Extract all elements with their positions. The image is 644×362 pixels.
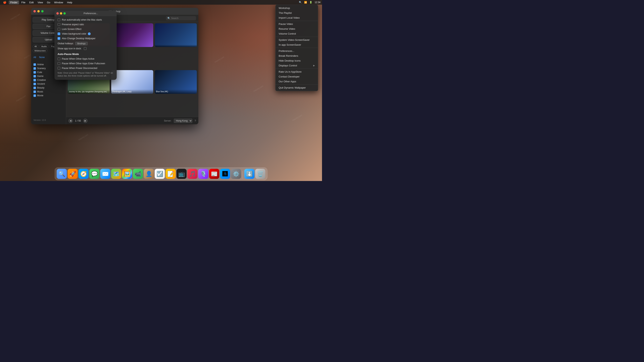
menubar-help[interactable]: Help [66, 0, 74, 4]
filter-music-check[interactable]: ✓ [34, 90, 36, 93]
dock-mail[interactable]: ✉️ [100, 169, 110, 179]
dock-downloads[interactable]: ⬇️ [244, 169, 254, 179]
menu-item-rate-appstore[interactable]: Rate Us in AppStore [276, 69, 318, 74]
dock-trash[interactable]: 🗑️ [255, 169, 266, 179]
dock-system-preferences[interactable]: ⚙️ [231, 169, 241, 179]
dock-music[interactable]: 🎵 [188, 169, 198, 179]
help-icon[interactable]: ? [195, 119, 196, 122]
next-page-button[interactable]: ▶ [83, 119, 88, 123]
wallpaper-2[interactable] [111, 23, 153, 47]
menu-item-contact-developer[interactable]: Contact Developer [276, 74, 318, 79]
dock-facetime[interactable]: 📹 [133, 169, 143, 179]
filter-game-check[interactable]: ✓ [34, 75, 36, 77]
menu-item-playlist[interactable]: The Playlist [276, 10, 318, 15]
menubar-go[interactable]: Go [45, 0, 52, 4]
menu-item-import-local[interactable]: Import Local Video [276, 15, 318, 20]
wallpaper-3[interactable] [155, 23, 197, 47]
filter-beauty[interactable]: ✓ Beauty [33, 86, 64, 90]
none-button[interactable]: None [38, 55, 46, 59]
pref-change-wallpaper-label: Also Change Desktop Wallpaper [62, 37, 96, 40]
menu-item-system-screensaver[interactable]: System Video-ScreenSaver [276, 37, 318, 42]
menu-item-quit[interactable]: Quit Dynamic Wallpaper [276, 85, 318, 90]
color-swatch[interactable] [88, 32, 90, 35]
dock-safari[interactable]: 🧭 [78, 169, 89, 179]
hotkeys-bindings-button[interactable]: Bindings [75, 42, 88, 45]
apple-menu[interactable]: 🍎 [2, 1, 8, 4]
dock-reminders[interactable]: ☑️ [155, 169, 165, 179]
show-icon-row: Show app icon in dock: [58, 47, 114, 50]
dock-maps[interactable]: 🗺️ [111, 169, 121, 179]
prefs-minimize-button[interactable] [60, 12, 62, 14]
menu-item-other-apps[interactable]: Our Other Apps [276, 79, 318, 84]
wallpaper-5[interactable]: Pendragon (4K, Loop) [111, 70, 153, 94]
menubar-edit[interactable]: Edit [28, 0, 35, 4]
pref-change-wallpaper-checkbox[interactable]: ✓ [58, 37, 60, 40]
filter-anime-check[interactable]: ✓ [34, 63, 36, 66]
pref-auto-run-checkbox[interactable] [58, 18, 60, 21]
pref-pause-other-active-checkbox[interactable] [58, 57, 60, 60]
hotkeys-row: Global hotkeys: Bindings [58, 42, 114, 45]
prefs-maximize-button[interactable] [64, 12, 66, 14]
show-icon-label: Show app icon in dock: [58, 47, 82, 50]
res-widescreen[interactable]: Widescreen [33, 49, 48, 52]
sidebar-version: Version: 12.6 [33, 118, 64, 122]
dock-notes[interactable]: 📝 [166, 169, 176, 179]
dock-news[interactable]: 📰 [209, 169, 219, 179]
filter-ancient-check[interactable]: ✓ [34, 83, 36, 85]
menubar-window[interactable]: Window [53, 0, 65, 4]
menu-item-pause-video[interactable]: Pause Video [276, 21, 318, 26]
menubar-view[interactable]: View [36, 0, 44, 4]
menubar-finder[interactable]: Finder [9, 0, 19, 4]
menu-item-preferences[interactable]: Preferences... [276, 48, 318, 53]
dock-appletv[interactable]: 📺 [176, 169, 187, 179]
menu-item-workshop[interactable]: Workshop [276, 6, 318, 10]
show-icon-checkbox[interactable] [84, 47, 86, 50]
menubar: 🍎 Finder File Edit View Go Window Help 🔍… [0, 0, 322, 5]
search-input[interactable] [171, 17, 194, 20]
dock-contacts[interactable]: 👤 [144, 169, 154, 179]
prefs-close-button[interactable] [56, 12, 59, 14]
dock-messages[interactable]: 💬 [90, 169, 100, 179]
window-close-button[interactable] [34, 10, 36, 12]
menu-item-inapp-screensaver[interactable]: In-app ScreenSaver [276, 42, 318, 47]
window-maximize-button[interactable] [41, 10, 44, 12]
menubar-search-icon[interactable]: 🔍 [299, 1, 302, 4]
dock-finder[interactable]: 🔍 [57, 169, 67, 179]
prefs-title: Preferences... [84, 12, 98, 15]
pref-aspect-ratio-checkbox[interactable] [58, 23, 60, 26]
pref-pause-other-fullscreen-label: Pause When Other Apps Enter Fullscreen [62, 62, 105, 65]
server-label: Server: [164, 119, 172, 122]
menu-item-displays-control[interactable]: Displays Control ▶ [276, 63, 318, 68]
pref-pause-power-checkbox[interactable] [58, 67, 60, 69]
res-audio[interactable]: Audio [40, 45, 48, 48]
bottom-bar: ◀ 1 / 50 ▶ Server: Hong Kong ? [66, 117, 198, 124]
filter-music[interactable]: ✓ Music [33, 90, 64, 94]
filter-movie-check[interactable]: ✓ [34, 94, 36, 97]
menubar-wifi-icon[interactable]: 📶 [304, 1, 307, 4]
pref-pause-other-fullscreen-checkbox[interactable] [58, 62, 60, 65]
menubar-file[interactable]: File [20, 0, 27, 4]
dock-launchpad[interactable]: 🚀 [68, 169, 78, 179]
wallpaper-6[interactable]: Blue Sea (4K) [155, 70, 197, 94]
filter-movie[interactable]: ✓ Movie [33, 94, 64, 98]
window-minimize-button[interactable] [37, 10, 40, 12]
filter-beauty-check[interactable]: ✓ [34, 87, 36, 89]
menu-separator-5 [276, 84, 318, 85]
menu-item-break-reminders[interactable]: Break Reminders [276, 53, 318, 58]
menu-item-volume-control[interactable]: Volume Control [276, 31, 318, 36]
dock-photos[interactable]: 🖼️ [122, 169, 132, 179]
menu-item-resume-video[interactable]: Resume Video [276, 26, 318, 31]
pref-bg-color-checkbox[interactable] [58, 32, 60, 35]
filter-cute-check[interactable]: ✓ [34, 71, 36, 74]
menu-item-hide-desktop[interactable]: Hide Desktop Icons [276, 58, 318, 63]
filter-ancient[interactable]: ✓ Ancient [33, 82, 64, 86]
filter-creative-check[interactable]: ✓ [34, 79, 36, 81]
prev-page-button[interactable]: ◀ [68, 119, 73, 123]
res-4k[interactable]: 4K [33, 45, 39, 48]
filter-scenery-check[interactable]: ✓ [34, 67, 36, 70]
dock-podcasts[interactable]: 🎙️ [198, 169, 208, 179]
all-button[interactable]: All [33, 55, 37, 59]
pref-lock-screen-checkbox[interactable] [58, 28, 60, 30]
server-select[interactable]: Hong Kong [174, 119, 192, 123]
dock-appstore[interactable]: 🅰 [220, 169, 230, 179]
